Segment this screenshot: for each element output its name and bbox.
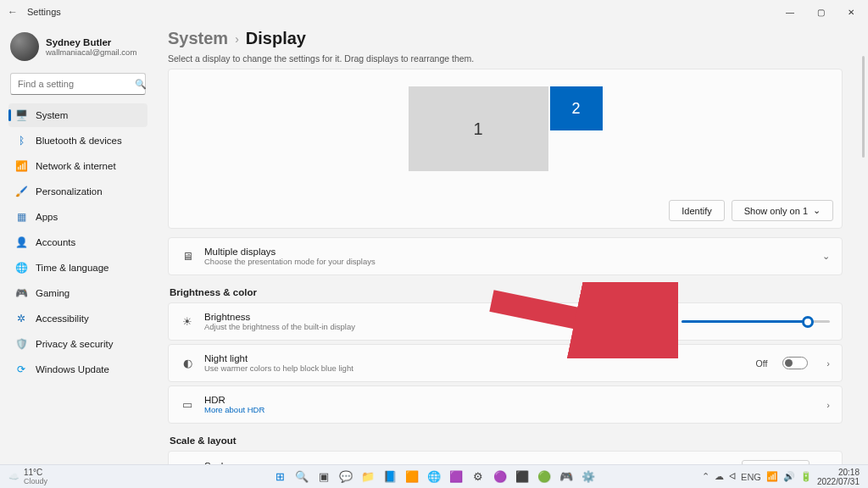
sidebar-item-privacy-security[interactable]: 🛡️Privacy & security [8,332,147,356]
hdr-row[interactable]: ▭ HDR More about HDR › [168,385,843,424]
app-icon[interactable]: 📘 [381,468,399,486]
nav-label: Accounts [36,237,75,247]
nav-icon: 🖌️ [15,186,27,197]
scale-row[interactable]: ◱ Scale Change the size of text, apps, a… [168,451,843,464]
night-light-row[interactable]: ◐ Night light Use warmer colors to help … [168,344,843,382]
night-light-icon: ◐ [181,357,194,369]
app-icon[interactable]: 🟪 [447,468,465,486]
back-button[interactable]: ← [7,6,19,18]
start-button[interactable]: ⊞ [270,468,289,486]
close-button[interactable]: ✕ [836,2,866,22]
nav-label: Privacy & security [36,339,113,349]
breadcrumb-parent[interactable]: System [168,29,228,48]
volume-icon[interactable]: 🔊 [783,471,795,482]
scrollbar[interactable] [862,56,865,158]
profile-block[interactable]: Sydney Butler wallmaniacal@gmail.com [8,29,147,69]
sidebar: Sydney Butler wallmaniacal@gmail.com 🔍 🖥… [0,24,153,464]
night-light-title: Night light [204,353,746,363]
app-icon[interactable]: 🟣 [491,468,509,486]
avatar [10,32,39,61]
onedrive-icon[interactable]: ☁ [715,471,724,482]
night-light-toggle[interactable] [782,357,808,369]
nav-label: Accessibility [36,313,89,324]
nav-icon: 🛡️ [15,338,27,350]
sidebar-item-system[interactable]: 🖥️System [8,103,147,127]
sidebar-item-network-internet[interactable]: 📶Network & internet [8,154,147,178]
search-box[interactable]: 🔍 [10,73,146,95]
system-tray[interactable]: ⌃ ☁ ᐊ ENG 📶 🔊 🔋 20:18 2022/07/31 [702,468,860,486]
taskbar-center: ⊞ 🔍 ▣ 💬 📁 📘 🟧 🌐 🟪 ⚙ 🟣 ⬛ 🟢 🎮 ⚙️ [270,468,598,486]
show-only-dropdown[interactable]: Show only on 1⌄ [732,200,833,221]
display-1[interactable]: 1 [409,86,548,171]
nav-label: Apps [36,212,58,222]
chevron-right-icon: › [826,400,830,410]
brightness-title: Brightness [204,312,671,322]
brightness-row: ☀ Brightness Adjust the brightness of th… [168,302,843,341]
maximize-button[interactable]: ▢ [805,2,836,22]
sidebar-item-apps[interactable]: ▦Apps [8,205,147,229]
app-title: Settings [27,7,61,17]
language-icon[interactable]: ENG [741,472,761,482]
sidebar-item-windows-update[interactable]: ⟳Windows Update [8,358,147,381]
weather-widget[interactable]: ☁️ 11°C Cloudy [8,468,47,485]
night-light-state: Off [756,358,768,369]
hdr-icon: ▭ [181,398,194,411]
clock[interactable]: 20:18 2022/07/31 [817,468,860,486]
titlebar: ← Settings — ▢ ✕ [0,0,868,24]
brightness-sub: Adjust the brightness of the built-in di… [204,322,671,331]
identify-button[interactable]: Identify [669,200,724,221]
nav-icon: 🌐 [15,262,27,274]
spotify-icon[interactable]: 🟢 [535,468,554,486]
search-input[interactable] [18,79,135,89]
app-icon[interactable]: ⬛ [513,468,531,486]
sidebar-item-bluetooth-devices[interactable]: ᛒBluetooth & devices [8,129,147,152]
nav-icon: ▦ [15,211,27,223]
wifi-icon[interactable]: 📶 [766,471,778,482]
sidebar-item-personalization[interactable]: 🖌️Personalization [8,180,147,203]
multiple-displays-row[interactable]: 🖥 Multiple displays Choose the presentat… [168,237,843,275]
weather-temp: 11°C [24,468,47,477]
nav-icon: 📶 [15,160,27,172]
taskbar[interactable]: ☁️ 11°C Cloudy ⊞ 🔍 ▣ 💬 📁 📘 🟧 🌐 🟪 ⚙ 🟣 ⬛ 🟢… [0,464,868,488]
app-icon[interactable]: 🟧 [403,468,421,486]
battery-icon[interactable]: 🔋 [800,471,812,482]
minimize-button[interactable]: — [775,2,805,22]
nav-icon: 🖥️ [15,109,27,121]
nav-icon: 👤 [15,236,27,248]
night-light-sub: Use warmer colors to help block blue lig… [204,363,746,373]
chat-button[interactable]: 💬 [337,468,355,486]
sidebar-item-gaming[interactable]: 🎮Gaming [8,281,147,305]
nav-label: Time & language [36,263,109,273]
multiple-displays-sub: Choose the presentation mode for your di… [204,257,812,266]
display-2[interactable]: 2 [550,86,603,130]
tray-chevron-icon[interactable]: ⌃ [702,471,709,482]
xbox-icon[interactable]: 🎮 [557,468,576,486]
hdr-link[interactable]: More about HDR [204,405,264,414]
sidebar-item-time-language[interactable]: 🌐Time & language [8,256,147,280]
nav-label: Personalization [36,186,103,197]
chevron-down-icon: ⌄ [813,205,821,216]
search-icon: 🔍 [135,79,147,90]
sidebar-item-accessibility[interactable]: ✲Accessibility [8,307,147,330]
steam-icon[interactable]: ⚙ [469,468,487,486]
hdr-title: HDR [204,395,816,405]
nav-icon: ✲ [15,313,27,324]
nav-label: Windows Update [36,364,109,374]
displays-icon: 🖥 [181,250,194,263]
display-canvas[interactable]: 1 2 [177,86,833,197]
sidebar-item-accounts[interactable]: 👤Accounts [8,230,147,254]
nav-icon: 🎮 [15,287,27,299]
task-view-button[interactable]: ▣ [314,468,333,486]
section-brightness-color: Brightness & color [170,287,843,297]
search-button[interactable]: 🔍 [292,468,311,486]
chrome-icon[interactable]: 🌐 [425,468,443,486]
chevron-down-icon: ⌄ [822,251,830,262]
chevron-right-icon: › [826,358,830,369]
explorer-button[interactable]: 📁 [359,468,377,486]
nav-label: Network & internet [36,161,116,171]
location-icon[interactable]: ᐊ [729,471,736,482]
profile-email: wallmaniacal@gmail.com [46,47,136,57]
nav-label: System [36,110,68,120]
settings-icon[interactable]: ⚙️ [579,468,598,486]
brightness-slider[interactable] [682,320,830,323]
